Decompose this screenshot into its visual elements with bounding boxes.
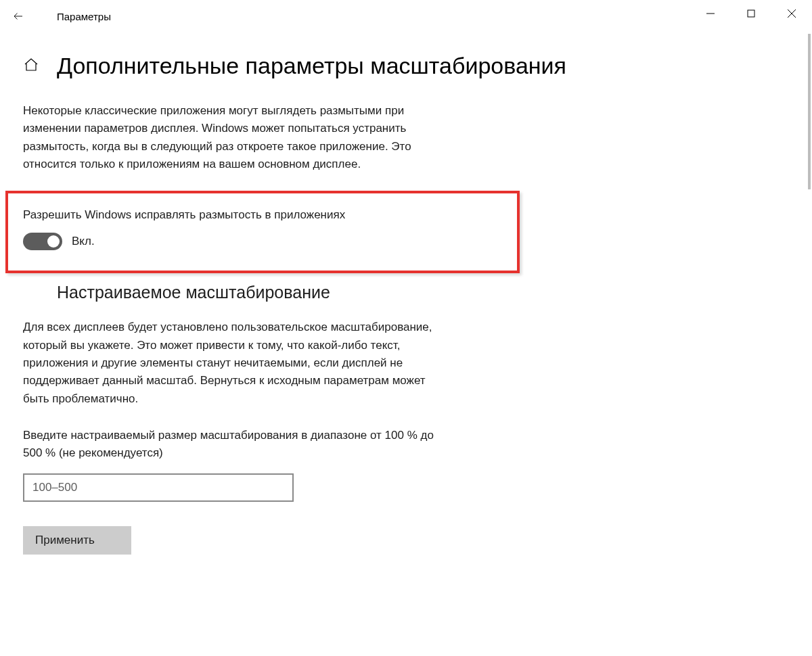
toggle-state-label: Вкл. (72, 235, 95, 248)
home-icon[interactable] (23, 57, 39, 76)
fix-blurry-toggle-label: Разрешить Windows исправлять размытость … (23, 208, 512, 222)
back-button[interactable] (12, 10, 45, 22)
toggle-knob (47, 235, 60, 248)
custom-scaling-description: Для всех дисплеев будет установлено поль… (23, 319, 449, 408)
blurry-apps-description: Некоторые классические приложения могут … (23, 102, 449, 173)
highlight-box: Разрешить Windows исправлять размытость … (5, 191, 520, 273)
close-button[interactable] (771, 0, 812, 27)
page-title: Дополнительные параметры масштабирования (57, 53, 566, 79)
maximize-button[interactable] (731, 0, 771, 27)
minimize-button[interactable] (690, 0, 731, 27)
svg-rect-1 (748, 10, 754, 17)
fix-blurry-toggle[interactable] (23, 233, 62, 250)
custom-scale-input[interactable] (23, 473, 294, 502)
scale-input-label: Введите настраиваемый размер масштабиров… (23, 427, 449, 463)
apply-button[interactable]: Применить (23, 526, 131, 555)
custom-scaling-heading: Настраиваемое масштабирование (57, 283, 789, 302)
window-title: Параметры (57, 11, 111, 22)
